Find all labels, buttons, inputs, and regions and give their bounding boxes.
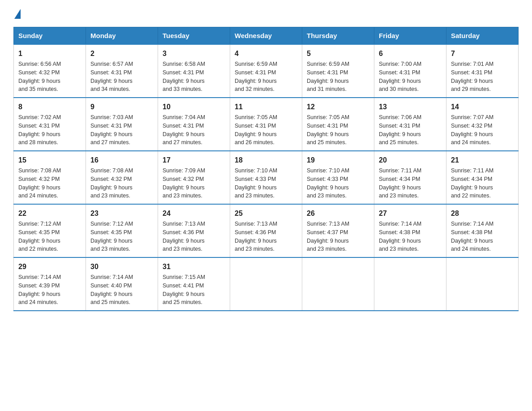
daylight-label: Daylight: 9 hours	[163, 291, 205, 297]
day-number: 1	[18, 48, 81, 59]
sunrise-label: Sunrise: 7:06 AM	[379, 114, 421, 120]
calendar-cell: 3Sunrise: 6:58 AMSunset: 4:31 PMDaylight…	[158, 44, 230, 98]
daylight-minutes: and 23 minutes.	[235, 193, 275, 199]
daylight-minutes: and 23 minutes.	[163, 193, 202, 199]
day-number: 8	[18, 102, 81, 112]
sunrise-label: Sunrise: 7:14 AM	[379, 221, 421, 227]
logo-triangle-icon	[14, 9, 21, 19]
sunrise-label: Sunrise: 6:58 AM	[163, 61, 205, 67]
calendar-cell: 18Sunrise: 7:10 AMSunset: 4:33 PMDayligh…	[230, 151, 302, 204]
calendar-cell: 29Sunrise: 7:14 AMSunset: 4:39 PMDayligh…	[14, 257, 86, 311]
sunset-label: Sunset: 4:31 PM	[307, 123, 348, 129]
sunset-label: Sunset: 4:31 PM	[90, 69, 132, 76]
sunrise-label: Sunrise: 7:07 AM	[451, 114, 493, 120]
day-number: 19	[307, 155, 369, 166]
daylight-label: Daylight: 9 hours	[451, 184, 493, 191]
daylight-label: Daylight: 9 hours	[235, 184, 277, 191]
day-number: 7	[451, 48, 514, 59]
calendar-cell: 22Sunrise: 7:12 AMSunset: 4:35 PMDayligh…	[14, 204, 86, 257]
sunset-label: Sunset: 4:31 PM	[451, 69, 492, 76]
calendar-cell: 13Sunrise: 7:06 AMSunset: 4:31 PMDayligh…	[374, 98, 446, 151]
sunset-label: Sunset: 4:35 PM	[90, 229, 132, 235]
sunrise-label: Sunrise: 7:14 AM	[18, 274, 61, 280]
daylight-minutes: and 23 minutes.	[379, 246, 419, 252]
sunset-label: Sunset: 4:36 PM	[163, 229, 204, 235]
daylight-label: Daylight: 9 hours	[379, 78, 421, 84]
calendar-header-row: SundayMondayTuesdayWednesdayThursdayFrid…	[14, 27, 519, 45]
daylight-minutes: and 31 minutes.	[307, 86, 347, 92]
sunset-label: Sunset: 4:36 PM	[235, 229, 276, 235]
day-number: 31	[163, 261, 225, 272]
day-number: 14	[451, 102, 514, 112]
daylight-minutes: and 23 minutes.	[90, 246, 130, 252]
day-number: 26	[307, 208, 369, 219]
day-number: 9	[90, 102, 153, 112]
calendar-cell: 11Sunrise: 7:05 AMSunset: 4:31 PMDayligh…	[230, 98, 302, 151]
sunset-label: Sunset: 4:32 PM	[451, 123, 492, 129]
day-number: 2	[90, 48, 153, 59]
sunset-label: Sunset: 4:38 PM	[379, 229, 420, 235]
daylight-label: Daylight: 9 hours	[18, 238, 60, 244]
sunset-label: Sunset: 4:32 PM	[90, 176, 132, 182]
sunrise-label: Sunrise: 7:05 AM	[307, 114, 349, 120]
calendar-cell: 30Sunrise: 7:14 AMSunset: 4:40 PMDayligh…	[86, 257, 158, 311]
daylight-minutes: and 25 minutes.	[163, 299, 202, 305]
sunset-label: Sunset: 4:35 PM	[18, 229, 60, 235]
daylight-label: Daylight: 9 hours	[18, 131, 60, 137]
calendar-cell	[374, 257, 446, 311]
daylight-minutes: and 25 minutes.	[90, 299, 130, 305]
sunrise-label: Sunrise: 7:14 AM	[451, 221, 493, 227]
calendar-week-row: 1Sunrise: 6:56 AMSunset: 4:32 PMDaylight…	[14, 44, 519, 98]
sunset-label: Sunset: 4:38 PM	[451, 229, 492, 235]
sunset-label: Sunset: 4:31 PM	[90, 123, 132, 129]
calendar-cell: 1Sunrise: 6:56 AMSunset: 4:32 PMDaylight…	[14, 44, 86, 98]
day-number: 24	[163, 208, 225, 219]
calendar-cell: 27Sunrise: 7:14 AMSunset: 4:38 PMDayligh…	[374, 204, 446, 257]
daylight-minutes: and 24 minutes.	[18, 193, 58, 199]
day-number: 4	[235, 48, 297, 59]
daylight-label: Daylight: 9 hours	[18, 291, 60, 297]
daylight-label: Daylight: 9 hours	[379, 184, 421, 191]
day-number: 16	[90, 155, 153, 166]
day-number: 28	[451, 208, 514, 219]
daylight-label: Daylight: 9 hours	[163, 131, 205, 137]
sunset-label: Sunset: 4:31 PM	[235, 69, 276, 76]
day-number: 30	[90, 261, 153, 272]
calendar-cell: 26Sunrise: 7:13 AMSunset: 4:37 PMDayligh…	[302, 204, 374, 257]
daylight-minutes: and 24 minutes.	[451, 246, 491, 252]
calendar-cell	[230, 257, 302, 311]
sunrise-label: Sunrise: 7:01 AM	[451, 61, 493, 67]
daylight-minutes: and 25 minutes.	[307, 139, 347, 146]
sunset-label: Sunset: 4:33 PM	[235, 176, 276, 182]
daylight-minutes: and 26 minutes.	[235, 139, 275, 146]
daylight-label: Daylight: 9 hours	[235, 78, 277, 84]
sunset-label: Sunset: 4:40 PM	[90, 283, 132, 289]
sunset-label: Sunset: 4:31 PM	[235, 123, 276, 129]
daylight-minutes: and 27 minutes.	[90, 139, 130, 146]
sunset-label: Sunset: 4:34 PM	[379, 176, 420, 182]
col-header-friday: Friday	[374, 27, 446, 45]
sunrise-label: Sunrise: 7:02 AM	[18, 114, 61, 120]
sunrise-label: Sunrise: 7:00 AM	[379, 61, 421, 67]
calendar-table: SundayMondayTuesdayWednesdayThursdayFrid…	[13, 27, 519, 311]
daylight-label: Daylight: 9 hours	[18, 184, 60, 191]
calendar-week-row: 22Sunrise: 7:12 AMSunset: 4:35 PMDayligh…	[14, 204, 519, 257]
daylight-label: Daylight: 9 hours	[379, 238, 421, 244]
calendar-cell: 21Sunrise: 7:11 AMSunset: 4:34 PMDayligh…	[446, 151, 519, 204]
daylight-label: Daylight: 9 hours	[90, 78, 133, 84]
sunset-label: Sunset: 4:33 PM	[307, 176, 348, 182]
sunset-label: Sunset: 4:31 PM	[163, 69, 204, 76]
sunrise-label: Sunrise: 7:15 AM	[163, 274, 205, 280]
sunset-label: Sunset: 4:31 PM	[18, 123, 60, 129]
calendar-week-row: 15Sunrise: 7:08 AMSunset: 4:32 PMDayligh…	[14, 151, 519, 204]
calendar-cell: 5Sunrise: 6:59 AMSunset: 4:31 PMDaylight…	[302, 44, 374, 98]
daylight-label: Daylight: 9 hours	[307, 238, 349, 244]
calendar-cell: 31Sunrise: 7:15 AMSunset: 4:41 PMDayligh…	[158, 257, 230, 311]
sunrise-label: Sunrise: 7:13 AM	[307, 221, 349, 227]
day-number: 12	[307, 102, 369, 112]
sunset-label: Sunset: 4:31 PM	[379, 69, 420, 76]
daylight-label: Daylight: 9 hours	[90, 184, 133, 191]
calendar-week-row: 8Sunrise: 7:02 AMSunset: 4:31 PMDaylight…	[14, 98, 519, 151]
daylight-minutes: and 28 minutes.	[18, 139, 58, 146]
sunrise-label: Sunrise: 6:59 AM	[307, 61, 349, 67]
